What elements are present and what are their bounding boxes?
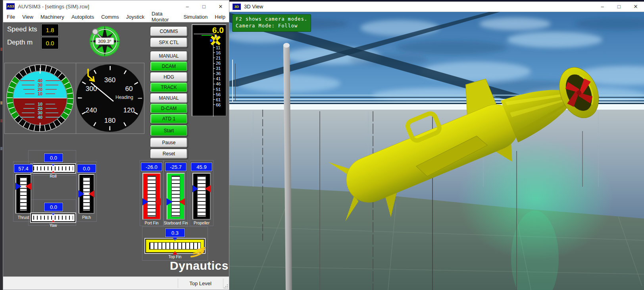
spx-ctl-button[interactable]: SPX CTL <box>150 38 187 47</box>
3d-viewport[interactable]: F2 shows camera modes. Camera Mode: Foll… <box>229 12 644 290</box>
port-fin-value: -26.0 <box>141 162 162 171</box>
dynautics-logo-text: Dynautics <box>170 259 229 273</box>
thrust-slider[interactable] <box>15 174 31 214</box>
menubar: File View Machinery Autopilots Comms Joy… <box>3 12 229 21</box>
depth-value: 0.0 <box>41 37 59 49</box>
manual-2-button[interactable]: MANUAL <box>150 93 187 103</box>
yaw-slider[interactable] <box>31 213 75 222</box>
pitch-value: 0.0 <box>77 164 96 173</box>
vehicle-depth-icon <box>209 35 222 46</box>
control-panel: Speed kts 1.8 Depth m 0.0 309.3° <box>3 22 229 277</box>
starboard-fin-slider[interactable] <box>167 173 185 220</box>
heading-gauge: 360 60 120 180 240 300 Heading <box>76 63 144 134</box>
atd-1-button[interactable]: ATD 1 <box>150 114 187 124</box>
status-top-level: Top Level <box>179 277 222 290</box>
menu-data-monitor[interactable]: Data Monitor <box>148 11 180 23</box>
minimize-button[interactable]: – <box>594 2 611 12</box>
3d-view-app-icon: 3D <box>233 4 241 10</box>
depth-tick: 56 <box>213 92 226 97</box>
surface-line <box>194 34 215 34</box>
pitch-40-dn: 40 <box>38 115 42 120</box>
yaw-value: 0.0 <box>44 203 63 211</box>
depth-strip: 6.0 1 6 11 16 21 26 31 36 41 46 51 56 61… <box>192 24 227 116</box>
overlay-line1: F2 shows camera modes. <box>236 16 308 23</box>
pitch-slider[interactable] <box>79 174 94 214</box>
window-title: AUVSIM3 - [settings (SIM).rcw] <box>18 4 89 10</box>
maximize-button[interactable]: □ <box>196 0 212 12</box>
hdg-240: 240 <box>86 106 97 114</box>
close-button[interactable]: ✕ <box>212 0 229 12</box>
top-fin-value: 0.3 <box>165 228 185 237</box>
titlebar[interactable]: AS3 AUVSIM3 - [settings (SIM).rcw] – □ ✕ <box>3 0 229 12</box>
depth-tick: 66 <box>213 102 226 107</box>
comms-button[interactable]: COMMS <box>150 27 187 36</box>
track-button[interactable]: TRACK <box>150 83 187 92</box>
menu-joystick[interactable]: Joystick <box>123 14 148 20</box>
dynautics-logo-icon <box>190 247 210 258</box>
heading-label: Heading <box>115 95 133 100</box>
depth-tick: 16 <box>213 50 226 55</box>
depth-tick: 21 <box>213 55 226 60</box>
port-fin-slider[interactable] <box>142 173 161 220</box>
pause-button[interactable]: Pause <box>150 138 187 147</box>
3d-view-window: 3D 3D View – □ ✕ <box>229 0 644 290</box>
menu-view[interactable]: View <box>19 14 37 20</box>
close-button[interactable]: ✕ <box>627 2 644 12</box>
menu-autopilots[interactable]: Autopilots <box>68 14 98 20</box>
speed-value: 1.8 <box>41 24 59 36</box>
compass-knob[interactable] <box>92 29 98 35</box>
auvsim-window: AS3 AUVSIM3 - [settings (SIM).rcw] – □ ✕… <box>3 0 229 290</box>
dcam-button[interactable]: DCAM <box>150 62 187 71</box>
menu-file[interactable]: File <box>3 14 19 20</box>
roll-value: 0.0 <box>44 153 63 162</box>
auvsim-app-icon: AS3 <box>6 3 15 10</box>
roll-label: Roll <box>31 174 75 178</box>
hdg-180: 180 <box>104 117 115 124</box>
minimize-button[interactable]: – <box>179 0 196 12</box>
depth-tick: 46 <box>213 81 226 87</box>
maximize-button[interactable]: □ <box>611 2 627 12</box>
compass-gauge: 309.3° <box>88 25 121 58</box>
thrust-value: 57.4 <box>14 164 33 173</box>
menu-help[interactable]: Help <box>211 14 229 20</box>
propeller-slider[interactable] <box>192 173 211 220</box>
pitch-label: Pitch <box>76 215 97 220</box>
roll-slider[interactable] <box>31 164 75 173</box>
desktop-edge-strip <box>0 0 3 290</box>
start-button[interactable]: Start <box>150 125 187 136</box>
starboard-fin-label: Starboard Fin <box>163 221 188 225</box>
reset-button[interactable]: Reset <box>150 149 187 159</box>
overlay-line2: Camera Mode: Follow <box>236 23 308 29</box>
yaw-label: Yaw <box>31 223 75 228</box>
speed-label: Speed kts <box>7 25 37 33</box>
statusbar: Top Level <box>3 276 229 290</box>
pitch-10-up: 10 <box>38 91 42 96</box>
3d-view-titlebar[interactable]: 3D 3D View – □ ✕ <box>229 2 644 12</box>
depth-tick: 41 <box>213 76 226 81</box>
propeller-label: Propeller <box>190 221 213 225</box>
compass-value: 309.3° <box>98 39 111 44</box>
depth-tick: 61 <box>213 97 226 102</box>
menu-machinery[interactable]: Machinery <box>37 14 68 20</box>
camera-mode-overlay: F2 shows camera modes. Camera Mode: Foll… <box>232 14 311 32</box>
hdg-60: 60 <box>125 85 133 93</box>
starboard-fin-value: -25.7 <box>165 162 186 171</box>
resize-grip-icon[interactable] <box>223 284 228 289</box>
depth-tick: 26 <box>213 61 226 66</box>
hdg-120: 120 <box>123 106 135 114</box>
menu-simulation[interactable]: Simulation <box>180 14 211 20</box>
depth-tick: 31 <box>213 66 226 71</box>
hdg-button[interactable]: HDG <box>150 72 187 82</box>
3d-view-title: 3D View <box>244 4 263 10</box>
attitude-indicator: 40 30 20 10 10 20 30 <box>4 63 76 134</box>
manual-1-button[interactable]: MANUAL <box>150 51 187 61</box>
depth-tick: 36 <box>213 71 226 76</box>
depth-tick: 51 <box>213 87 226 92</box>
menu-comms[interactable]: Comms <box>98 14 123 20</box>
propeller-value: 45.9 <box>191 162 212 171</box>
d-cam-button[interactable]: D-CAM <box>150 104 187 113</box>
hdg-360: 360 <box>104 76 115 84</box>
port-fin-label: Port Fin <box>140 221 163 225</box>
3d-scene <box>229 12 644 290</box>
depth-label: Depth m <box>7 39 33 46</box>
